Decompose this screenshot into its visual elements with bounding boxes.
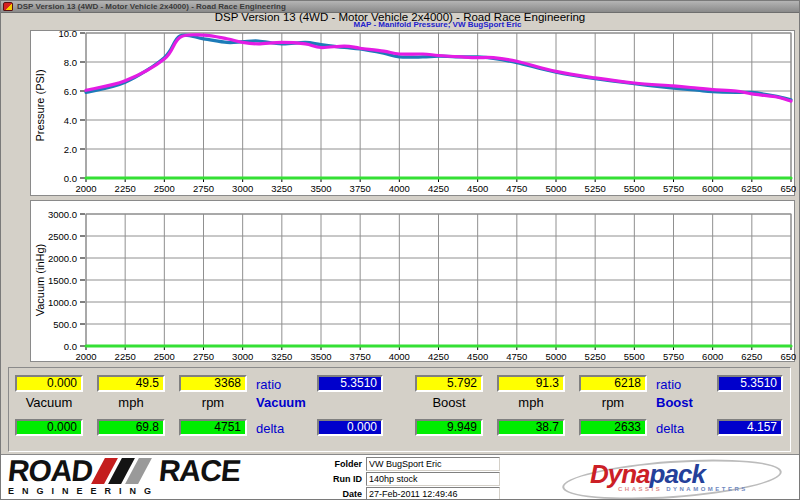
svg-text:4.0: 4.0 (64, 115, 77, 126)
ratio-label-right: ratio (656, 377, 681, 392)
svg-text:2500: 2500 (154, 351, 175, 362)
logo-slashes (98, 458, 149, 484)
svg-text:6250: 6250 (741, 351, 762, 362)
delta-label-left: delta (256, 421, 284, 436)
svg-text:500.0: 500.0 (53, 319, 77, 330)
logo-engineering-text: ENGINEERING (8, 486, 318, 496)
app-icon (3, 2, 13, 11)
svg-text:5500: 5500 (624, 351, 645, 362)
ratio-value-left: 5.3510 (317, 375, 383, 392)
svg-text:3750: 3750 (350, 351, 371, 362)
svg-text:2500: 2500 (154, 183, 175, 194)
svg-text:3000.0: 3000.0 (48, 209, 77, 220)
mph-column-label-left: mph (97, 395, 165, 410)
svg-text:3000: 3000 (232, 183, 253, 194)
chart-canvas: 0.0500.01000.01500.02000.02500.03000.020… (31, 201, 796, 363)
chart-canvas: 0.02.04.06.08.010.0200022502500275030003… (31, 31, 796, 197)
rpm-cursor-value-right: 6218 (579, 375, 647, 392)
svg-text:1000.0: 1000.0 (48, 297, 77, 308)
svg-text:2250: 2250 (115, 351, 136, 362)
svg-text:2000.0: 2000.0 (48, 253, 77, 264)
rpm-column-label-right: rpm (579, 395, 647, 410)
mph-cursor-value-right: 91.3 (497, 375, 565, 392)
svg-text:2250: 2250 (115, 183, 136, 194)
footer-bar: ROAD RACE ENGINEERING Folder Run ID Date… (0, 454, 800, 500)
svg-text:2.0: 2.0 (64, 144, 77, 155)
svg-text:1500.0: 1500.0 (48, 275, 77, 286)
svg-text:6500: 6500 (780, 351, 796, 362)
pressure-chart: 0.02.04.06.08.010.0200022502500275030003… (30, 30, 795, 196)
svg-text:3750: 3750 (350, 183, 371, 194)
delta-value-right: 4.157 (717, 419, 783, 436)
dynapack-dyna-text: Dyna (590, 459, 650, 489)
vacuum-group-label: Vacuum (256, 395, 306, 410)
svg-text:3250: 3250 (271, 351, 292, 362)
svg-text:3500: 3500 (310, 183, 331, 194)
dynapack-pack-text: pack (650, 459, 705, 489)
svg-text:4000: 4000 (389, 351, 410, 362)
svg-text:4500: 4500 (467, 183, 488, 194)
svg-text:6000: 6000 (702, 351, 723, 362)
svg-text:4750: 4750 (506, 183, 527, 194)
run-info-form: Folder Run ID Date (320, 457, 558, 500)
svg-text:6250: 6250 (741, 183, 762, 194)
mph-peak-value-right: 38.7 (497, 419, 565, 436)
svg-text:5250: 5250 (585, 351, 606, 362)
svg-text:5750: 5750 (663, 183, 684, 194)
delta-label-right: delta (656, 421, 684, 436)
vacuum-column-label: Vacuum (15, 395, 83, 410)
svg-text:10.0: 10.0 (59, 31, 78, 39)
mph-column-label-right: mph (497, 395, 565, 410)
vacuum-cursor-value: 0.000 (15, 375, 83, 392)
date-input[interactable] (366, 487, 500, 500)
logo-race-text: RACE (158, 458, 242, 484)
svg-text:4250: 4250 (428, 183, 449, 194)
run-id-input[interactable] (366, 472, 500, 486)
mph-cursor-value-left: 49.5 (97, 375, 165, 392)
y-axis-label: Vacuum (inHg) (34, 244, 46, 317)
boost-peak-value: 9.949 (415, 419, 483, 436)
delta-value-left: 0.000 (317, 419, 383, 436)
svg-text:6000: 6000 (702, 183, 723, 194)
svg-text:4500: 4500 (467, 351, 488, 362)
svg-text:4000: 4000 (389, 183, 410, 194)
dynapack-chassis-text: CHASSIS (618, 486, 662, 492)
boost-group-label: Boost (656, 395, 693, 410)
svg-text:2750: 2750 (193, 351, 214, 362)
road-race-engineering-logo: ROAD RACE ENGINEERING (8, 457, 318, 499)
svg-text:4250: 4250 (428, 351, 449, 362)
svg-text:5000: 5000 (545, 183, 566, 194)
logo-road-text: ROAD (7, 458, 94, 484)
vacuum-chart: 0.0500.01000.01500.02000.02500.03000.020… (30, 200, 795, 362)
window-title: DSP Version 13 (4WD - Motor Vehicle 2x40… (17, 2, 286, 11)
svg-text:5000: 5000 (545, 351, 566, 362)
rpm-column-label-left: rpm (179, 395, 247, 410)
svg-text:3000: 3000 (232, 351, 253, 362)
svg-text:0.0: 0.0 (64, 173, 77, 184)
svg-text:2750: 2750 (193, 183, 214, 194)
svg-text:2000: 2000 (75, 183, 96, 194)
readout-panel: 0.000 49.5 3368 ratio 5.3510 Vacuum mph … (8, 367, 791, 452)
rpm-peak-value-right: 2633 (579, 419, 647, 436)
folder-input[interactable] (366, 457, 500, 471)
ratio-value-right: 5.3510 (717, 375, 783, 392)
svg-text:8.0: 8.0 (64, 57, 77, 68)
svg-text:6.0: 6.0 (64, 86, 77, 97)
svg-text:6500: 6500 (780, 183, 796, 194)
boost-cursor-value: 5.792 (415, 375, 483, 392)
ratio-label-left: ratio (256, 377, 281, 392)
mph-peak-value-left: 69.8 (97, 419, 165, 436)
date-label: Date (320, 489, 362, 499)
svg-text:2500.0: 2500.0 (48, 231, 77, 242)
svg-text:5250: 5250 (585, 183, 606, 194)
chart-title: MAP - Manifold Pressure; VW BugSport Eri… (75, 20, 800, 30)
svg-text:4750: 4750 (506, 351, 527, 362)
svg-text:2000: 2000 (75, 351, 96, 362)
svg-text:5750: 5750 (663, 351, 684, 362)
rpm-peak-value-left: 4751 (179, 419, 247, 436)
svg-text:3500: 3500 (310, 351, 331, 362)
boost-column-label: Boost (415, 395, 483, 410)
dynapack-logo: Dynapack CHASSISDYNAMOMETERS (556, 456, 796, 500)
rpm-cursor-value-left: 3368 (179, 375, 247, 392)
svg-text:0.0: 0.0 (64, 341, 77, 352)
